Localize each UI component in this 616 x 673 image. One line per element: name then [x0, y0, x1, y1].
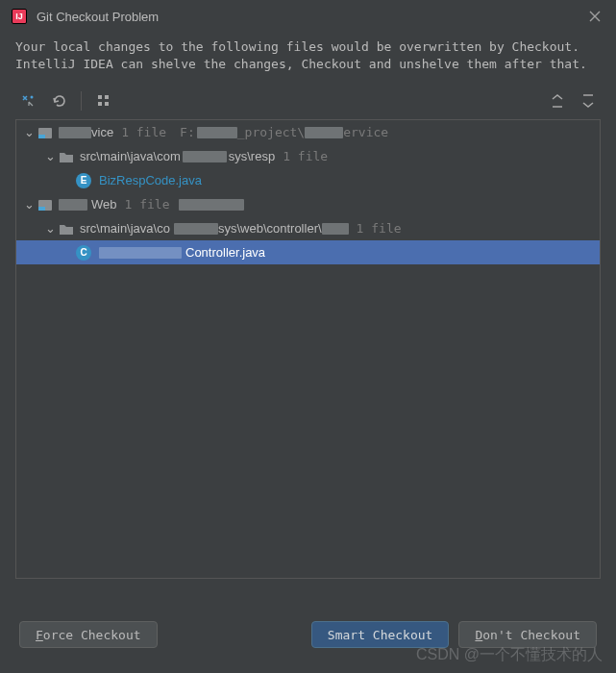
- module-row[interactable]: ⌄ Web 1 file: [16, 192, 600, 216]
- collapse-all-icon[interactable]: [578, 90, 599, 112]
- file-count: 1 file: [121, 125, 166, 139]
- chevron-down-icon[interactable]: ⌄: [43, 149, 57, 163]
- force-checkout-button[interactable]: Force Checkout: [19, 621, 158, 648]
- expand-all-icon[interactable]: [547, 90, 568, 112]
- watermark: CSDN @一个不懂技术的人: [416, 645, 603, 665]
- folder-row[interactable]: ⌄ src\main\java\co sys\web\controller\ 1…: [16, 216, 600, 240]
- svg-rect-4: [105, 102, 109, 106]
- svg-rect-6: [38, 135, 45, 138]
- folder-icon: [59, 222, 74, 236]
- title-bar: IJ Git Checkout Problem: [0, 0, 616, 33]
- intellij-icon: IJ: [12, 9, 27, 24]
- svg-rect-2: [98, 102, 102, 106]
- svg-rect-8: [38, 207, 45, 211]
- close-icon[interactable]: [585, 7, 604, 26]
- file-count: 1 file: [357, 221, 402, 236]
- folder-path: src\main\java\com: [80, 149, 181, 163]
- window-title: Git Checkout Problem: [37, 10, 585, 24]
- module-path-mid: _project\: [237, 125, 305, 139]
- file-row-selected[interactable]: C Controller.java: [16, 240, 600, 264]
- chevron-down-icon[interactable]: ⌄: [22, 197, 36, 212]
- module-name: Web: [91, 197, 117, 212]
- file-name: BizRespCode.java: [99, 173, 202, 187]
- dialog-message: Your local changes to the following file…: [0, 33, 616, 87]
- module-path-suffix: ervice: [343, 125, 388, 139]
- separator: [81, 91, 82, 111]
- svg-point-0: [31, 96, 34, 99]
- class-badge-icon: C: [76, 245, 91, 261]
- file-count: 1 file: [125, 197, 170, 212]
- button-bar: Force Checkout Smart Checkout Don't Chec…: [0, 621, 616, 648]
- svg-rect-1: [98, 95, 102, 99]
- dont-checkout-button[interactable]: Don't Checkout: [458, 621, 597, 648]
- chevron-down-icon[interactable]: ⌄: [43, 221, 57, 236]
- smart-checkout-button[interactable]: Smart Checkout: [311, 621, 450, 648]
- folder-row[interactable]: ⌄ src\main\java\com sys\resp 1 file: [16, 144, 600, 168]
- file-row[interactable]: E BizRespCode.java: [16, 168, 600, 192]
- tree-toolbar: [0, 87, 616, 115]
- module-name: vice: [91, 125, 113, 139]
- undo-icon[interactable]: [48, 90, 69, 112]
- folder-path-b: sys\web\controller\: [218, 221, 322, 236]
- folder-path-a: src\main\java\co: [80, 221, 170, 236]
- file-name: Controller.java: [185, 245, 265, 260]
- group-by-icon[interactable]: [93, 90, 114, 112]
- diff-icon[interactable]: [17, 90, 38, 112]
- enum-badge-icon: E: [76, 173, 91, 188]
- message-line-2: IntelliJ IDEA can shelve the changes, Ch…: [15, 56, 601, 73]
- file-count: 1 file: [283, 149, 328, 163]
- module-row[interactable]: ⌄ vice 1 file F: _project\ ervice: [16, 120, 600, 144]
- changes-tree[interactable]: ⌄ vice 1 file F: _project\ ervice ⌄ src\…: [15, 119, 601, 579]
- svg-rect-3: [105, 95, 109, 99]
- module-path-prefix: F:: [180, 125, 195, 139]
- folder-icon: [59, 150, 74, 163]
- module-icon: [37, 198, 53, 212]
- message-line-1: Your local changes to the following file…: [15, 38, 601, 56]
- module-icon: [37, 126, 53, 139]
- folder-path-suffix: sys\resp: [229, 149, 275, 163]
- chevron-down-icon[interactable]: ⌄: [22, 125, 36, 139]
